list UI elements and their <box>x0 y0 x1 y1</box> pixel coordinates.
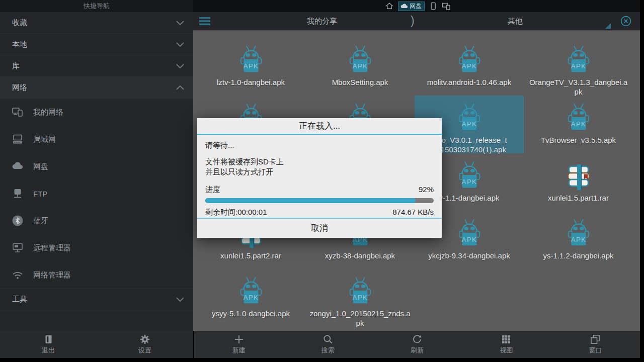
refresh-button[interactable]: 刷新 <box>372 331 461 358</box>
exit-door-icon <box>43 334 54 345</box>
resize-corner-icon[interactable] <box>605 23 611 29</box>
phone-window-icon[interactable] <box>429 2 437 10</box>
file-name: ykcjzb-9.34-dangbei.apk <box>415 251 524 260</box>
tab-other[interactable]: 其他 <box>419 12 612 30</box>
window-button[interactable]: 窗口 <box>551 331 640 358</box>
lan-computer-icon <box>11 133 24 146</box>
group-label: 工具 <box>12 295 27 304</box>
file-name: zongyi_1.0_20150215_znds.a pk <box>305 309 415 328</box>
sidebar-group-favorites[interactable]: 收藏 <box>0 12 193 34</box>
window-header: 我的分享 ) 其他 <box>193 12 640 30</box>
my-network-icon <box>11 106 24 119</box>
bluetooth-icon <box>11 214 24 227</box>
search-button[interactable]: 搜索 <box>283 331 372 358</box>
group-label: 收藏 <box>12 18 27 28</box>
refresh-icon <box>412 334 423 345</box>
svg-text:APK: APK <box>571 62 586 70</box>
home-icon[interactable] <box>385 2 393 10</box>
apk-file-icon: APK <box>456 45 483 76</box>
group-label: 本地 <box>12 40 27 49</box>
toolbar-label: 设置 <box>138 346 151 355</box>
file-item[interactable]: APK TvBrowser_v3.5.5.apk <box>524 96 633 153</box>
svg-text:APK: APK <box>243 294 258 301</box>
group-label: 库 <box>12 61 20 71</box>
cancel-button[interactable]: 取消 <box>197 218 442 238</box>
file-item[interactable]: xunlei1.5.part1.rar <box>524 153 633 211</box>
ftp-server-icon <box>11 187 24 200</box>
svg-text:APK: APK <box>571 120 586 128</box>
chevron-down-icon <box>176 21 184 25</box>
file-item[interactable]: APK OrangeTV_V3.1.3_dangbei.a pk <box>524 38 633 96</box>
cloud-drive-window-chip[interactable]: 网盘 <box>398 2 425 11</box>
sidebar-group-network[interactable]: 网络 <box>0 77 193 99</box>
sidebar-item-my-network[interactable]: 我的网络 <box>0 99 193 126</box>
progress-bar-fill <box>205 198 416 203</box>
wifi-icon <box>11 268 24 282</box>
sidebar-item-label: 网盘 <box>33 162 48 171</box>
toolbar-label: 窗口 <box>589 346 602 355</box>
sidebar-group-tools[interactable]: 工具 <box>0 289 193 310</box>
settings-button[interactable]: 设置 <box>97 331 193 358</box>
file-item[interactable]: APK molitv.android-1.0.46.apk <box>415 38 524 96</box>
file-name: ys-1.1.2-dangbei.apk <box>524 251 633 260</box>
apk-file-icon: APK <box>237 276 265 307</box>
sidebar-item-lan[interactable]: 局域网 <box>0 126 193 153</box>
loading-dialog: 正在载入... 请等待... 文件将被缓存到SD卡上 并且以只读方式打开 进度 … <box>197 118 442 238</box>
apk-file-icon: APK <box>347 45 374 76</box>
quick-nav-header: 快捷导航 <box>0 0 193 12</box>
progress-label: 进度 <box>205 185 220 195</box>
file-item[interactable]: APK MboxSetting.apk <box>305 38 415 96</box>
sidebar-item-label: 局域网 <box>33 135 56 144</box>
tab-my-share[interactable]: 我的分享 <box>193 12 433 30</box>
file-item[interactable]: APK ysyy-5.1.0-dangbei.apk <box>196 269 305 327</box>
file-icon-wrap: APK <box>305 44 415 76</box>
sidebar-item-bluetooth[interactable]: 蓝牙 <box>0 207 193 234</box>
file-item[interactable]: APK ys-1.1.2-dangbei.apk <box>524 211 633 269</box>
svg-text:APK: APK <box>352 62 367 70</box>
sidebar-item-label: 网络管理器 <box>33 270 71 280</box>
chevron-down-icon <box>176 297 184 302</box>
chevron-down-icon <box>176 42 184 47</box>
toolbar-label: 刷新 <box>411 346 424 355</box>
file-name: ysyy-5.1.0-dangbei.apk <box>196 309 305 318</box>
svg-text:APK: APK <box>243 62 258 70</box>
cloud-chip-label: 网盘 <box>410 3 422 10</box>
window-separator: ) <box>411 12 415 30</box>
file-icon-wrap: APK <box>305 275 415 307</box>
view-button[interactable]: 视图 <box>462 331 551 358</box>
pc-connect-icon[interactable] <box>442 2 451 10</box>
sidebar-item-remote-manager[interactable]: 远程管理器 <box>0 234 193 261</box>
dialog-message-line1: 文件将被缓存到SD卡上 <box>205 157 434 167</box>
apk-file-icon: APK <box>347 276 374 307</box>
remaining-time: 剩余时间:00:00:01 <box>205 208 267 217</box>
apk-file-icon: APK <box>456 103 483 134</box>
sidebar-item-label: 蓝牙 <box>33 216 48 226</box>
close-window-icon[interactable] <box>620 16 631 27</box>
file-item[interactable]: APK lztv-1.0-dangbei.apk <box>196 38 305 96</box>
file-name: molitv.android-1.0.46.apk <box>415 77 524 87</box>
file-name: TvBrowser_v3.5.5.apk <box>524 135 633 145</box>
file-icon-wrap: APK <box>524 217 633 249</box>
svg-text:APK: APK <box>461 62 476 70</box>
apk-file-icon: APK <box>565 218 592 249</box>
svg-text:APK: APK <box>461 236 476 243</box>
sidebar-group-local[interactable]: 本地 <box>0 34 193 55</box>
toolbar-left: 退出 设置 <box>0 331 193 358</box>
file-item[interactable]: APK zongyi_1.0_20150215_znds.a pk <box>305 269 415 327</box>
progress-percent: 92% <box>419 185 434 195</box>
file-name: lztv-1.0-dangbei.apk <box>196 77 305 87</box>
status-icons: 网盘 <box>385 0 451 12</box>
grid-view-icon <box>501 334 512 345</box>
sidebar-item-ftp[interactable]: FTP <box>0 180 193 207</box>
file-icon-wrap <box>524 159 633 192</box>
exit-button[interactable]: 退出 <box>0 331 97 358</box>
chevron-up-icon <box>176 85 184 90</box>
cloud-icon <box>11 160 24 173</box>
sidebar-item-cloud-drive[interactable]: 网盘 <box>0 153 193 180</box>
sidebar-group-library[interactable]: 库 <box>0 55 193 77</box>
sidebar-item-network-manager[interactable]: 网络管理器 <box>0 261 193 289</box>
new-button[interactable]: 新建 <box>194 331 283 358</box>
file-name: OrangeTV_V3.1.3_dangbei.a pk <box>524 77 633 97</box>
transfer-speed: 874.67 KB/s <box>392 208 434 217</box>
file-name: MboxSetting.apk <box>305 77 415 87</box>
